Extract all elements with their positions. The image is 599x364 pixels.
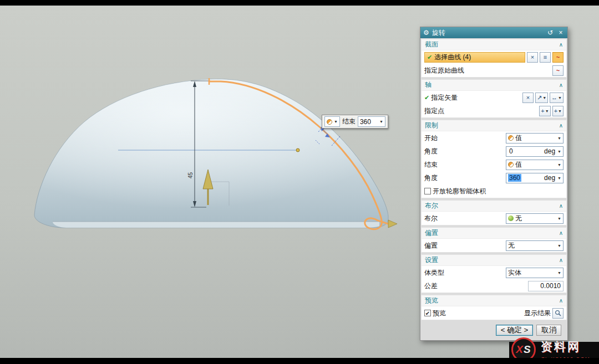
chevron-down-icon: ▼ xyxy=(557,176,561,180)
preview-checkbox[interactable]: ✔ xyxy=(424,310,431,316)
point-dropdown-button[interactable]: +▼ xyxy=(552,106,564,116)
reset-button[interactable]: ↺ xyxy=(546,29,554,37)
section-header-offset[interactable]: 偏置 ∧ xyxy=(422,228,566,239)
boolean-label: 布尔 xyxy=(424,214,438,223)
chevron-up-icon: ∧ xyxy=(559,257,563,263)
point-constructor-button[interactable]: +▼ xyxy=(539,106,550,116)
specify-point-label: 指定点 xyxy=(424,106,444,116)
top-black-bar xyxy=(0,0,599,6)
select-curve-field[interactable]: ✔ 选择曲线 (4) xyxy=(424,52,525,63)
section-header-curve[interactable]: 截面 ∧ xyxy=(422,39,566,50)
show-result-magnifier-button[interactable] xyxy=(552,308,564,319)
body-highlight xyxy=(34,79,388,228)
section-header-settings[interactable]: 设置 ∧ xyxy=(422,255,566,266)
value-option-icon xyxy=(508,135,514,141)
body-type-dropdown[interactable]: 实体 ▼ xyxy=(506,268,564,278)
origin-curve-select-button[interactable]: ~ xyxy=(552,65,564,76)
show-result-label: 显示结果 xyxy=(524,309,551,318)
body-type-label: 体类型 xyxy=(424,268,444,278)
chevron-down-icon: ▼ xyxy=(557,150,561,153)
curve-rule-icon-button[interactable]: ~ xyxy=(552,52,564,63)
preview-label: 预览 xyxy=(433,309,446,318)
section-preview: 预览 ∧ ✔ 预览 显示结果 xyxy=(421,295,567,320)
section-boolean: 布尔 ∧ 布尔 无 ▼ xyxy=(421,200,567,225)
boolean-dropdown[interactable]: 无 ▼ xyxy=(506,213,564,224)
start-angle-field[interactable]: 0 deg ▼ xyxy=(506,146,564,157)
section-settings: 设置 ∧ 体类型 实体 ▼ 公差 0.0010 xyxy=(421,254,567,293)
ok-button[interactable]: < 确定 > xyxy=(496,325,534,336)
section-offset: 偏置 ∧ 偏置 无 ▼ xyxy=(421,227,567,253)
revolve-dialog: ⚙ 旋转 ↺ × 截面 ∧ ✔ 选择曲线 (4) × ≡ ~ 指定原始曲线 xyxy=(420,27,568,341)
chevron-down-icon: ▼ xyxy=(557,217,561,221)
chevron-up-icon: ∧ xyxy=(559,82,563,88)
origin-curve-label: 指定原始曲线 xyxy=(424,66,464,75)
start-angle-label: 角度 xyxy=(424,147,438,156)
tolerance-label: 公差 xyxy=(424,281,438,291)
chevron-up-icon: ∧ xyxy=(559,230,563,236)
dimension-value: 45 xyxy=(187,172,194,178)
dialog-titlebar[interactable]: ⚙ 旋转 ↺ × xyxy=(420,27,567,38)
close-button[interactable]: × xyxy=(557,29,565,37)
gear-icon: ⚙ xyxy=(423,29,429,37)
boolean-none-icon xyxy=(508,216,514,221)
unit-label: deg xyxy=(544,147,555,155)
check-icon: ✔ xyxy=(427,54,432,61)
chevron-down-icon: ▼ xyxy=(557,271,561,275)
floating-mini-toolbar: ▼ 结束 360 ▼ xyxy=(322,115,388,129)
selected-angle-value: 360 xyxy=(508,174,521,182)
cancel-button[interactable]: 取消 xyxy=(536,325,561,336)
base-band xyxy=(53,222,379,228)
section-limits: 限制 ∧ 开始 值 ▼ 角度 0 deg ▼ 结束 xyxy=(421,120,567,198)
chevron-down-icon: ▼ xyxy=(334,120,338,124)
end-angle-field[interactable]: 360 deg ▼ xyxy=(506,173,564,183)
chevron-down-icon: ▼ xyxy=(379,120,383,124)
end-angle-value: 360 xyxy=(360,118,371,126)
select-curve-label: 选择曲线 (4) xyxy=(434,53,471,62)
axis-point[interactable] xyxy=(296,148,300,152)
selection-list-icon-button[interactable]: ≡ xyxy=(540,52,551,63)
end-angle-label: 角度 xyxy=(424,173,438,183)
section-header-limits[interactable]: 限制 ∧ xyxy=(422,120,566,131)
section-header-boolean[interactable]: 布尔 ∧ xyxy=(422,201,566,212)
section-header-axis[interactable]: 轴 ∧ xyxy=(422,80,566,91)
value-option-icon xyxy=(508,162,514,167)
revolve-direction-arrow[interactable] xyxy=(388,220,397,228)
vector-dropdown-button[interactable]: ↗▼ xyxy=(535,93,548,103)
offset-label: 偏置 xyxy=(424,241,438,250)
chevron-down-icon: ▼ xyxy=(557,136,561,140)
magnifier-icon xyxy=(555,310,561,316)
unit-label: deg xyxy=(544,174,555,182)
reverse-vector-icon-button[interactable]: ↔▼ xyxy=(550,93,564,103)
chevron-up-icon: ∧ xyxy=(559,203,563,209)
chevron-up-icon: ∧ xyxy=(559,298,563,304)
section-curve: 截面 ∧ ✔ 选择曲线 (4) × ≡ ~ 指定原始曲线 ~ xyxy=(421,39,567,78)
offset-dropdown[interactable]: 无 ▼ xyxy=(506,240,564,251)
specify-vector-label: 指定矢量 xyxy=(431,93,458,102)
bottom-black-bar xyxy=(0,358,599,364)
end-label: 结束 xyxy=(342,117,356,126)
watermark-site-name: 资料网 xyxy=(541,339,581,355)
end-label: 结束 xyxy=(424,160,438,170)
chevron-up-icon: ∧ xyxy=(559,122,563,129)
check-icon: ✔ xyxy=(424,94,429,101)
section-axis: 轴 ∧ ✔ 指定矢量 × ↗▼ ↔▼ 指定点 +▼ +▼ xyxy=(421,79,567,118)
start-label: 开始 xyxy=(424,134,438,143)
section-header-preview[interactable]: 预览 ∧ xyxy=(422,295,566,306)
clear-vector-icon-button[interactable]: × xyxy=(522,93,534,103)
open-profile-checkbox[interactable] xyxy=(424,188,431,194)
dialog-title: 旋转 xyxy=(432,28,445,38)
chevron-down-icon: ▼ xyxy=(557,244,561,248)
start-type-dropdown[interactable]: 值 ▼ xyxy=(506,133,564,143)
deselect-icon-button[interactable]: × xyxy=(527,52,538,63)
limit-type-dropdown[interactable]: ▼ xyxy=(324,116,340,127)
open-profile-label: 开放轮廓智能体积 xyxy=(433,187,486,196)
end-type-dropdown[interactable]: 值 ▼ xyxy=(506,160,564,170)
chevron-up-icon: ∧ xyxy=(559,42,563,48)
value-option-icon xyxy=(327,119,332,125)
chevron-down-icon: ▼ xyxy=(557,163,561,167)
end-angle-dropdown[interactable]: 360 ▼ xyxy=(358,116,385,127)
tolerance-field[interactable]: 0.0010 xyxy=(528,281,564,291)
